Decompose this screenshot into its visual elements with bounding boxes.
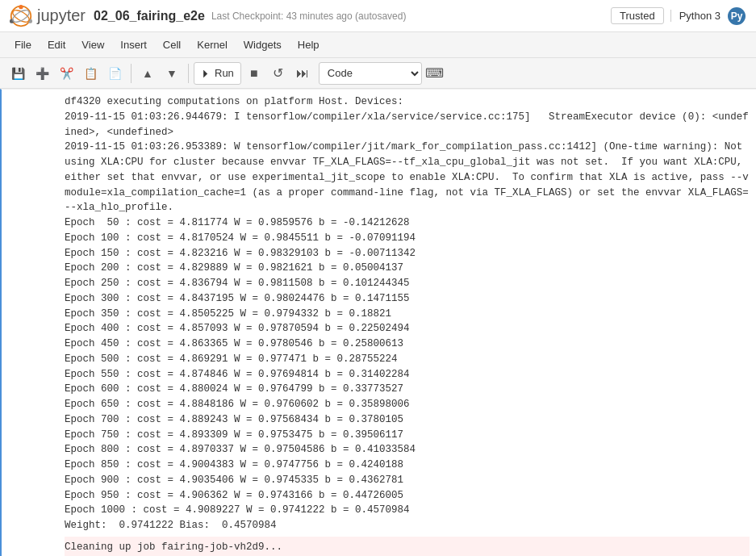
run-button[interactable]: ⏵ Run [194, 62, 241, 85]
output-cell: df4320 executing computations on platfor… [0, 89, 756, 556]
python-icon: Py [727, 6, 746, 26]
keyboard-shortcuts-button[interactable]: ⌨ [424, 62, 446, 85]
menu-file[interactable]: File [6, 36, 40, 54]
interrupt-button[interactable]: ■ [243, 62, 265, 85]
toolbar: 💾 ➕ ✂️ 📋 📄 ▲ ▼ ⏵ Run ■ ↺ ⏭ Code Markdown… [0, 58, 756, 89]
toolbar-separator-1 [131, 64, 132, 83]
menu-widgets[interactable]: Widgets [236, 36, 290, 54]
output-cleanup-text: Cleaning up job fairing-job-vh2d9... [65, 537, 750, 556]
cut-cell-button[interactable]: ✂️ [55, 62, 77, 85]
notebook-content: df4320 executing computations on platfor… [0, 89, 756, 556]
menu-kernel[interactable]: Kernel [189, 36, 236, 54]
svg-text:Py: Py [731, 10, 743, 22]
menu-edit[interactable]: Edit [40, 36, 73, 54]
menu-cell[interactable]: Cell [155, 36, 189, 54]
notebook-name[interactable]: 02_06_fairing_e2e [94, 9, 205, 23]
output-main-text: df4320 executing computations on platfor… [65, 94, 750, 533]
menu-view[interactable]: View [73, 36, 112, 54]
kernel-info: Python 3 [670, 10, 720, 22]
cell-sidebar [2, 90, 58, 556]
add-cell-button[interactable]: ➕ [31, 62, 53, 85]
toolbar-separator-2 [188, 64, 189, 83]
jupyter-logo-icon [10, 5, 32, 27]
move-up-button[interactable]: ▲ [136, 62, 159, 85]
menu-bar: File Edit View Insert Cell Kernel Widget… [0, 32, 756, 58]
checkpoint-info: Last Checkpoint: 43 minutes ago (autosav… [211, 10, 611, 22]
menu-insert[interactable]: Insert [112, 36, 155, 54]
trusted-badge[interactable]: Trusted [611, 7, 664, 24]
jupyter-logo: jupyter [10, 5, 86, 27]
move-down-button[interactable]: ▼ [161, 62, 183, 85]
menu-help[interactable]: Help [290, 36, 328, 54]
copy-cell-button[interactable]: 📋 [79, 62, 102, 85]
cell-type-select[interactable]: Code Markdown Raw NBConvert Heading [319, 62, 422, 85]
run-icon: ⏵ [201, 67, 211, 79]
restart-run-all-button[interactable]: ⏭ [291, 62, 314, 85]
run-label: Run [215, 67, 234, 79]
restart-button[interactable]: ↺ [267, 62, 290, 85]
svg-point-1 [19, 5, 23, 9]
jupyter-text: jupyter [37, 6, 86, 25]
top-bar: jupyter 02_06_fairing_e2e Last Checkpoin… [0, 0, 756, 32]
paste-cell-button[interactable]: 📄 [103, 62, 126, 85]
save-button[interactable]: 💾 [6, 62, 29, 85]
cell-content: df4320 executing computations on platfor… [58, 90, 756, 556]
